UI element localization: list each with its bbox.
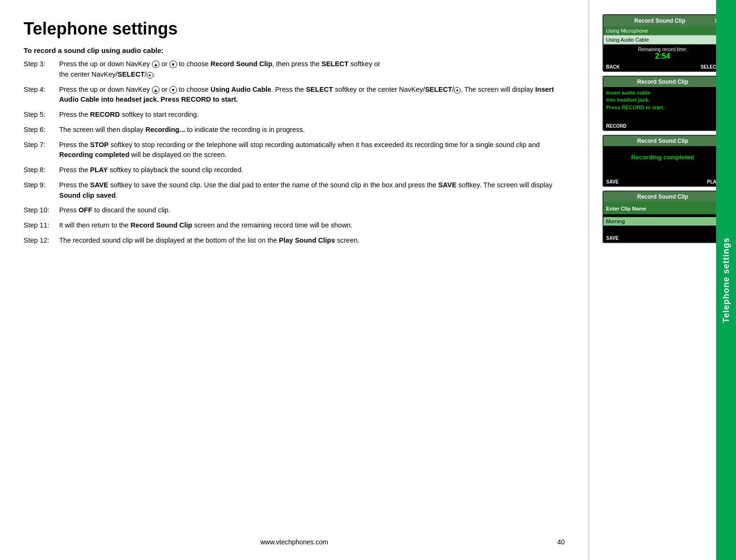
steps-container: Step 3: Press the up or down NavKey ▲ or…: [24, 59, 565, 534]
right-panel: Record Sound Clip ⇕ Using Microphone Usi…: [589, 0, 736, 560]
recording-completed: Recording completed: [606, 149, 719, 166]
center-navkey2-icon: ●: [454, 87, 461, 94]
step-row: Step 12: The recorded sound clip will be…: [24, 236, 565, 246]
screen-softkeys-2: RECORD: [603, 122, 722, 130]
step-row: Step 5: Press the RECORD softkey to star…: [24, 110, 565, 120]
step-label: Step 6:: [24, 125, 59, 135]
screen-title-bar-1: Record Sound Clip ⇕: [603, 15, 722, 26]
step-label: Step 8:: [24, 165, 59, 175]
screen-info-area: Remaining record time: 2:54: [603, 44, 722, 63]
step-label: Step 3:: [24, 59, 59, 80]
screen-title-4: Record Sound Clip: [606, 193, 719, 200]
main-content: Telephone settings To record a sound cli…: [0, 0, 588, 560]
step-label: Step 5:: [24, 110, 59, 120]
vertical-tab: Telephone settings: [716, 0, 736, 560]
phone-screen-4: Record Sound Clip Enter Clip Name Mornin…: [603, 191, 723, 243]
remaining-label: Remaining record time:: [606, 47, 719, 52]
spacer-4b: [603, 228, 722, 234]
screen-softkeys-1: BACK SELECT: [603, 63, 722, 71]
navkey-down-icon: ▼: [169, 61, 177, 68]
step-text: The recorded sound clip will be displaye…: [59, 236, 565, 246]
step-text: Press the up or down NavKey ▲ or ▼ to ch…: [59, 59, 565, 80]
menu-item-audio-cable[interactable]: Using Audio Cable: [603, 35, 722, 44]
step-row: Step 6: The screen will then display Rec…: [24, 125, 565, 135]
step-text: Press the SAVE softkey to save the sound…: [59, 180, 565, 201]
screen-title-bar-3: Record Sound Clip: [603, 136, 722, 146]
softkey-save-4[interactable]: SAVE: [606, 236, 619, 241]
navkey-down2-icon: ▼: [169, 86, 177, 94]
screen-title-bar-2: Record Sound Clip: [603, 77, 722, 87]
step-label: Step 7:: [24, 140, 59, 161]
screen-softkeys-4: SAVE: [603, 234, 722, 242]
navkey-up2-icon: ▲: [152, 86, 160, 94]
step-row: Step 4: Press the up or down NavKey ▲ or…: [24, 85, 565, 105]
phone-screen-2: Record Sound Clip Insert audio cableinto…: [603, 76, 723, 131]
screen-body-text-2: Insert audio cableinto headset jack.Pres…: [606, 89, 719, 111]
screen-title-1: Record Sound Clip: [606, 18, 714, 24]
screen-title-3: Record Sound Clip: [606, 138, 719, 144]
screen-body-2: Insert audio cableinto headset jack.Pres…: [603, 87, 722, 114]
enter-clip-name-label: Enter Clip Name: [606, 206, 647, 211]
phone-screen-3: Record Sound Clip Recording completed SA…: [603, 135, 723, 187]
screen-title-bar-4: Record Sound Clip: [603, 192, 722, 202]
center-navkey-icon: ●: [147, 72, 153, 79]
step-row: Step 9: Press the SAVE softkey to save t…: [24, 180, 565, 201]
softkey-save-3[interactable]: SAVE: [606, 179, 619, 184]
section-heading: To record a sound clip using audio cable…: [24, 46, 565, 54]
menu-item-microphone[interactable]: Using Microphone: [603, 26, 722, 35]
softkey-back[interactable]: BACK: [606, 64, 620, 70]
step-label: Step 4:: [24, 85, 59, 105]
spacer-3: [606, 166, 719, 175]
step-text: Press the up or down NavKey ▲ or ▼ to ch…: [59, 85, 565, 105]
step-text: The screen will then display Recording..…: [59, 125, 565, 135]
vertical-tab-text: Telephone settings: [721, 237, 731, 323]
page-number: 40: [557, 538, 565, 546]
footer-url: www.vtechphones.com: [24, 534, 565, 546]
softkey-record[interactable]: RECORD: [606, 123, 627, 129]
step-row: Step 10: Press OFF to discard the sound …: [24, 205, 565, 216]
remaining-value: 2:54: [606, 52, 719, 61]
navkey-up-icon: ▲: [152, 61, 160, 68]
screen-record-area-3: Recording completed: [603, 146, 722, 178]
screen-title-2: Record Sound Clip: [606, 79, 719, 85]
screen-softkeys-3: SAVE PLAY: [603, 178, 722, 186]
step-row: Step 7: Press the STOP softkey to stop r…: [24, 140, 565, 161]
step-text: It will then return to the Record Sound …: [59, 220, 565, 231]
phone-screen-1: Record Sound Clip ⇕ Using Microphone Usi…: [603, 14, 723, 72]
step-text: Press OFF to discard the sound clip.: [59, 205, 565, 216]
step-label: Step 9:: [24, 180, 59, 201]
step-label: Step 10:: [24, 205, 59, 216]
step-row: Step 11: It will then return to the Reco…: [24, 220, 565, 231]
step-row: Step 3: Press the up or down NavKey ▲ or…: [24, 59, 565, 80]
phone-screens: Record Sound Clip ⇕ Using Microphone Usi…: [603, 14, 723, 243]
step-text: Press the STOP softkey to stop recording…: [59, 140, 565, 161]
step-label: Step 11:: [24, 220, 59, 231]
clip-name-value[interactable]: Morning: [603, 217, 722, 226]
screen-spacer-2: [603, 114, 722, 122]
enter-clip-name-bar: Enter Clip Name: [603, 202, 722, 214]
step-row: Step 8: Press the PLAY softkey to playba…: [24, 165, 565, 175]
step-text: Press the RECORD softkey to start record…: [59, 110, 565, 120]
step-label: Step 12:: [24, 236, 59, 246]
step-text: Press the PLAY softkey to playback the s…: [59, 165, 565, 175]
page-title: Telephone settings: [24, 19, 565, 39]
